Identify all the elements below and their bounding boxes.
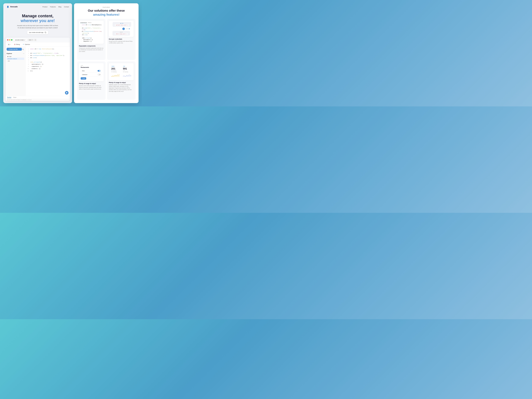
encrypt-user-box: ▶ User upload('data.json'); — [113, 22, 131, 27]
api-badge: %200 — [111, 66, 115, 67]
optimize-button[interactable]: Optimize — [22, 43, 31, 46]
file-env[interactable]: .env — [7, 60, 24, 62]
svg-line-7 — [23, 50, 24, 50]
debug-button[interactable]: Debug — [13, 43, 21, 46]
api-vs: VS Yesterday — [111, 71, 120, 72]
hero-title-line2: wherever you are! — [10, 18, 65, 23]
feature-repeatable: Components.js Setup.js 1const xhr = new … — [77, 19, 106, 60]
cred-badge: %5 — [123, 66, 125, 67]
components-tab[interactable]: Components.js — [80, 22, 87, 23]
logo-text: Avocado — [10, 6, 18, 8]
sidebar-header: + Create new file — [7, 48, 24, 51]
code-editor: avocado-nextjs.ts ✕ .env ✕ + — [6, 38, 70, 101]
nav-product[interactable]: Product — [42, 6, 47, 8]
feature-repeatable-desc: Components resemble fundamental units th… — [79, 47, 104, 52]
encrypt-diagram: ▶ User upload('data.json'); Server data(… — [110, 22, 132, 36]
code-snippet: 1const xhr = new XMLHttpRequest(); 2 3xh… — [80, 24, 102, 42]
hero-toggle[interactable] — [98, 70, 101, 72]
crm-title: Restaurants — [81, 66, 102, 68]
output-tab[interactable]: Output — [13, 97, 16, 98]
main-container: Avocado Product Features Blog Contact Ma… — [0, 0, 142, 106]
home-button[interactable] — [7, 43, 12, 46]
feature-usage: %200 201 API Request VS Yesterday — [107, 61, 135, 100]
svg-rect-3 — [45, 32, 46, 33]
api-num: 201 — [111, 68, 120, 70]
svg-point-5 — [14, 44, 15, 45]
left-navbar: Avocado Product Features Blog Contact — [3, 3, 72, 10]
editor-titlebar: avocado-nextjs.ts ✕ .env ✕ + — [6, 38, 70, 42]
window-controls — [7, 39, 13, 41]
right-panel: Features Our solutions offer these amazi… — [74, 3, 139, 103]
svg-point-2 — [8, 6, 8, 6]
folder-cogs[interactable]: ▶ cogs — [7, 55, 24, 58]
feature-encrypt-visual: ▶ User upload('data.json'); Server data(… — [109, 21, 134, 37]
feature-usage-title: Plenty of usage to enjoy! — [109, 82, 134, 83]
file-avocado-nextjs[interactable]: avocado-nextjs.ts — [7, 58, 24, 60]
right-hero-title: Our solutions offer these amazing featur… — [77, 9, 135, 17]
encrypt-server-box: Server data('ssa@.json'); — [113, 31, 130, 36]
feature-encrypt-title: Encrypt credentials — [109, 38, 134, 40]
crm-item-hero: Hero — [81, 69, 102, 72]
editor-footer: Terminal Output — [6, 96, 70, 99]
nav-blog[interactable]: Blog — [58, 6, 61, 8]
feature-dynamic-desc: Dynamic Zones within Avacado constitute … — [79, 85, 104, 90]
feature-usage-desc: Vigilantly monitor your Content Manageme… — [109, 84, 134, 92]
encrypt-server-code: data('ssa@.json'); — [115, 33, 128, 35]
explorer-menu[interactable]: ··· — [23, 53, 24, 54]
editor-toolbar: Debug Optimize — [6, 42, 70, 47]
feature-repeatable-visual: Components.js Setup.js 1const xhr = new … — [79, 21, 104, 44]
section-label: Features — [77, 7, 135, 8]
close-button[interactable] — [7, 39, 8, 41]
feature-usage-visual: %200 201 API Request VS Yesterday — [109, 63, 134, 80]
snippet-tabs: Components.js Setup.js — [80, 22, 102, 23]
crm-add-button[interactable]: + Add — [81, 77, 86, 80]
file-sidebar: + Create new file Explorer ··· ▶ cogs — [6, 47, 25, 96]
tab-close-icon[interactable]: ✕ — [25, 39, 26, 40]
create-file-button[interactable]: + Create new file — [7, 48, 22, 51]
copy-icon[interactable] — [44, 32, 46, 33]
tab-env-close-icon[interactable]: ✕ — [32, 39, 32, 40]
api-chart — [111, 73, 120, 78]
search-button[interactable] — [22, 48, 24, 51]
nav-features[interactable]: Features — [50, 6, 56, 8]
cred-label: Cred — [123, 70, 131, 71]
hero-command: npx create-avocado-app — [27, 31, 48, 34]
collection-toggle[interactable] — [98, 74, 101, 75]
hero-title-line1: Manage content, — [10, 13, 65, 18]
logo: Avocado — [6, 5, 18, 8]
feature-repeatable-title: Repeatable components — [79, 45, 104, 47]
nav-contact[interactable]: Contact — [64, 6, 69, 8]
features-grid: Components.js Setup.js 1const xhr = new … — [77, 19, 135, 100]
hero-desc: Avacado rocks as the top-notch open-sour… — [10, 25, 65, 29]
api-label: API Request — [111, 70, 120, 71]
play-button[interactable] — [65, 91, 69, 95]
encrypt-dot — [122, 28, 125, 30]
feature-dynamic-title: Plenty of usage to enjoy! — [79, 83, 104, 84]
minimize-button[interactable] — [9, 39, 10, 41]
svg-marker-9 — [129, 28, 130, 29]
cred-vs: VS Yesterday — [123, 71, 131, 72]
crm-label: CRM — [81, 65, 102, 66]
encrypt-user-code: upload('data.json'); — [115, 24, 129, 26]
editor-tabs: avocado-nextjs.ts ✕ .env ✕ + — [14, 39, 68, 41]
crm-item-collection: Collection — [81, 73, 102, 76]
explorer-label: Explorer ··· — [7, 53, 24, 54]
code-area[interactable]: 1const xhr = new XMLHttpRequest(); 2 3xh… — [25, 47, 70, 96]
usage-stats: %200 201 API Request VS Yesterday — [110, 64, 132, 79]
maximize-button[interactable] — [11, 39, 13, 41]
feature-encrypt: ▶ User upload('data.json'); Server data(… — [107, 19, 135, 60]
cred-chart — [123, 73, 131, 78]
terminal-tab[interactable]: Terminal — [7, 97, 11, 98]
editor-body: + Create new file Explorer ··· ▶ cogs — [6, 47, 70, 96]
left-hero: Manage content, wherever you are! Avacad… — [3, 10, 72, 37]
feature-dynamic: CRM Restaurants Hero Collection + Add — [77, 61, 106, 100]
usage-stat-api: %200 201 API Request VS Yesterday — [110, 64, 121, 79]
setup-tab[interactable]: Setup.js — [88, 22, 91, 23]
left-nav-links: Product Features Blog Contact — [42, 6, 69, 8]
crm-visual: CRM Restaurants Hero Collection + Add — [80, 64, 102, 80]
tab-env[interactable]: .env ✕ — [28, 39, 34, 41]
left-panel: Avocado Product Features Blog Contact Ma… — [3, 3, 72, 103]
usage-stat-cred: %5 591 Cred VS Yesterday — [122, 64, 132, 79]
tab-avocado-nextjs[interactable]: avocado-nextjs.ts ✕ — [14, 39, 27, 41]
tab-add-button[interactable]: + — [34, 39, 37, 41]
